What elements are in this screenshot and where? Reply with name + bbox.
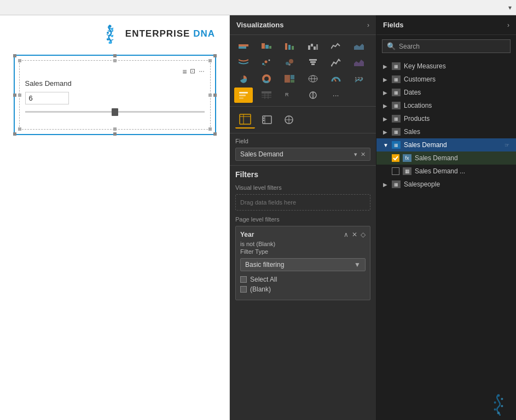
viz-matrix-icon[interactable]: R — [280, 88, 299, 103]
field-item-sales-demand-group[interactable]: ▼ ▦ Sales Demand ☞ — [376, 138, 516, 151]
resize-handle-br[interactable] — [213, 132, 217, 136]
svg-point-3 — [111, 35, 113, 37]
svg-rect-27 — [310, 61, 316, 63]
resize-handle-bm[interactable] — [113, 132, 117, 136]
field-item-products[interactable]: ▶ ▦ Products — [376, 112, 516, 125]
resize-handle-ml[interactable] — [13, 94, 16, 97]
select-all-checkbox[interactable] — [240, 276, 247, 283]
field-dropdown-icon[interactable]: ▾ — [354, 151, 357, 158]
viz-fields-tab[interactable] — [235, 111, 255, 129]
field-item-salespeople[interactable]: ▶ ▦ Salespeople — [376, 178, 516, 191]
viz-pie-icon[interactable] — [234, 71, 253, 86]
viz-line-chart-icon[interactable] — [327, 38, 345, 54]
viz-ribbon-icon[interactable] — [234, 55, 253, 70]
inner-handle-tr — [208, 59, 212, 62]
inner-handle-tl — [18, 59, 21, 62]
field-tag[interactable]: Sales Demand ▾ ✕ — [235, 148, 370, 161]
slicer-slider-thumb[interactable] — [112, 108, 118, 116]
sales-demand-measure-checkbox[interactable] — [392, 154, 399, 162]
svg-rect-11 — [285, 43, 287, 50]
fields-panel-header: Fields › — [376, 15, 516, 35]
viz-donut-icon[interactable] — [257, 71, 276, 86]
resize-handle-tl[interactable] — [13, 54, 16, 57]
field-label-sales-demand-calc: Sales Demand ... — [415, 167, 465, 175]
resize-handle-tm[interactable] — [113, 54, 117, 57]
table-icon-salespeople: ▦ — [392, 180, 401, 188]
resize-handle-tr[interactable] — [213, 54, 217, 57]
blank-checkbox-row[interactable]: (Blank) — [240, 285, 366, 293]
slicer-container: ≡ ⊡ ··· Sales Demand 6 — [14, 55, 216, 135]
viz-scatter-icon[interactable] — [257, 55, 276, 70]
collapse-icon[interactable]: ▾ — [508, 4, 512, 11]
field-item-sales-demand-measure[interactable]: fx Sales Demand — [376, 151, 516, 165]
svg-point-22 — [264, 65, 265, 66]
viz-analytics-tab[interactable] — [279, 111, 299, 129]
viz-icons-grid: 123 R ··· — [230, 35, 376, 107]
viz-treemap-icon[interactable] — [280, 71, 299, 86]
viz-stacked-bar-icon[interactable] — [234, 38, 253, 54]
expand-arrow-sales-demand: ▼ — [383, 142, 389, 148]
fields-panel: Fields › 🔍 Search ▶ ▦ Key Measures ▶ ▦ C… — [376, 15, 516, 420]
blank-checkbox[interactable] — [240, 286, 247, 293]
logo-dna-icon — [100, 24, 120, 44]
filters-title: Filters — [235, 170, 370, 179]
viz-table-icon[interactable] — [257, 88, 276, 103]
fields-panel-arrow[interactable]: › — [507, 21, 509, 29]
viz-kpi-icon[interactable]: 123 — [350, 71, 368, 86]
year-filter-sort-icon[interactable]: ∧ — [344, 231, 349, 238]
viz-gauge-icon[interactable] — [327, 71, 345, 86]
table-icon-customers: ▦ — [392, 75, 401, 83]
field-item-customers[interactable]: ▶ ▦ Customers — [376, 73, 516, 86]
svg-point-32 — [338, 59, 339, 61]
resize-handle-mr[interactable] — [213, 94, 217, 97]
cursor-indicator: ☞ — [505, 142, 509, 148]
sales-demand-calc-checkbox[interactable] — [392, 167, 399, 175]
viz-area-chart-icon[interactable] — [350, 38, 368, 54]
viz-area2-icon[interactable] — [350, 55, 368, 70]
field-item-dates[interactable]: ▶ ▦ Dates — [376, 86, 516, 99]
slicer-slider-track[interactable] — [25, 111, 205, 113]
svg-marker-33 — [354, 60, 364, 66]
viz-waterfall-icon[interactable] — [304, 38, 322, 54]
viz-clustered-bar-icon[interactable] — [257, 38, 276, 54]
viz-globe-icon[interactable] — [304, 88, 322, 103]
year-filter-type-select[interactable]: Basic filtering ▼ — [240, 258, 366, 271]
field-close-icon[interactable]: ✕ — [361, 151, 366, 158]
svg-rect-7 — [239, 46, 246, 49]
table-icon-sales: ▦ — [392, 128, 401, 136]
slicer-value-box[interactable]: 6 — [25, 92, 69, 104]
viz-more-icon[interactable]: ··· — [327, 88, 345, 103]
field-item-sales[interactable]: ▶ ▦ Sales — [376, 125, 516, 138]
field-label-locations: Locations — [404, 102, 432, 109]
viz-map-icon[interactable] — [304, 71, 322, 86]
field-item-locations[interactable]: ▶ ▦ Locations — [376, 99, 516, 112]
viz-panel-title: Visualizations — [236, 21, 283, 29]
year-filter-title: Year — [240, 231, 254, 238]
viz-line2-icon[interactable] — [327, 55, 345, 70]
viz-scatter2-icon[interactable] — [280, 55, 299, 70]
year-filter-clear-icon[interactable]: ◇ — [361, 231, 366, 238]
svg-rect-39 — [291, 80, 294, 83]
svg-rect-44 — [239, 92, 248, 94]
svg-rect-37 — [285, 75, 290, 83]
viz-funnel-icon[interactable] — [304, 55, 322, 70]
drag-drop-zone[interactable]: Drag data fields here — [235, 194, 370, 211]
search-box[interactable]: 🔍 Search — [382, 39, 511, 53]
field-item-sales-demand-calc[interactable]: ▦ Sales Demand ... — [376, 165, 516, 178]
viz-stacked-col-icon[interactable] — [280, 38, 299, 54]
viz-format-tab[interactable] — [257, 111, 277, 129]
svg-point-65 — [501, 398, 503, 400]
expand-arrow-sales: ▶ — [383, 129, 389, 135]
inner-handle-bl — [18, 127, 21, 131]
inner-handle-tm — [113, 59, 117, 62]
viz-panel-arrow[interactable]: › — [367, 21, 369, 29]
svg-rect-9 — [265, 45, 269, 49]
svg-point-30 — [333, 62, 334, 63]
resize-handle-bl[interactable] — [13, 132, 16, 136]
select-all-checkbox-row[interactable]: Select All — [240, 276, 366, 283]
year-filter-close-icon[interactable]: ✕ — [352, 231, 357, 238]
field-item-key-measures[interactable]: ▶ ▦ Key Measures — [376, 60, 516, 73]
svg-rect-60 — [263, 120, 264, 121]
viz-slicer-icon[interactable] — [234, 88, 253, 103]
logo-area: ENTERPRISE DNA — [100, 24, 221, 44]
